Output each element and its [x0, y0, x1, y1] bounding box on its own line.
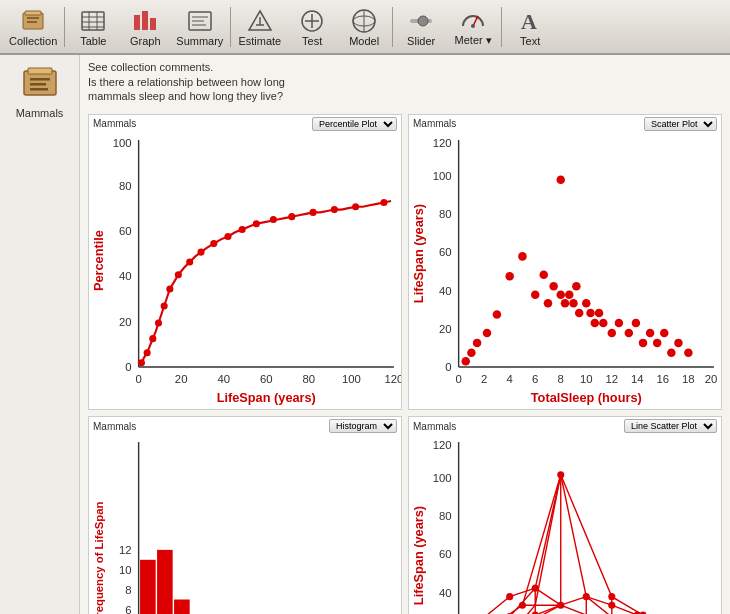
toolbar-text[interactable]: A Text: [504, 1, 556, 53]
toolbar-table[interactable]: Table: [67, 1, 119, 53]
toolbar-meter[interactable]: Meter ▾: [447, 1, 499, 53]
svg-point-98: [539, 270, 548, 279]
svg-point-122: [684, 348, 693, 357]
svg-text:120: 120: [433, 439, 452, 451]
svg-rect-33: [30, 78, 50, 81]
svg-point-119: [660, 328, 669, 337]
svg-point-58: [166, 285, 173, 292]
chart-line-scatter-type-select[interactable]: Line Scatter Plot: [624, 419, 717, 433]
svg-text:20: 20: [175, 372, 188, 384]
svg-point-109: [591, 318, 600, 327]
svg-point-95: [505, 272, 514, 281]
test-icon: [298, 7, 326, 35]
svg-rect-11: [142, 11, 148, 30]
svg-point-53: [138, 359, 145, 366]
model-icon: [350, 7, 378, 35]
svg-point-112: [608, 328, 617, 337]
toolbar-estimate[interactable]: Estimate: [233, 1, 286, 53]
toolbar-collection[interactable]: Collection: [4, 1, 62, 53]
chart-line-scatter-header: Mammals Line Scatter Plot: [409, 417, 721, 435]
summary-icon: [186, 7, 214, 35]
toolbar-summary[interactable]: Summary: [171, 1, 228, 53]
charts-grid: Mammals Percentile Plot 0 20 40 60: [88, 114, 722, 614]
svg-point-27: [418, 16, 428, 26]
svg-point-55: [149, 335, 156, 342]
toolbar-sep-1: [64, 7, 65, 47]
toolbar-model[interactable]: Model: [338, 1, 390, 53]
toolbar-sep-2: [230, 7, 231, 47]
chart-percentile-type-select[interactable]: Percentile Plot: [312, 117, 397, 131]
svg-point-105: [572, 281, 581, 290]
svg-text:40: 40: [439, 587, 452, 599]
svg-point-103: [565, 290, 574, 299]
svg-rect-10: [134, 15, 140, 30]
svg-point-116: [639, 338, 648, 347]
svg-point-102: [561, 299, 570, 308]
svg-point-71: [380, 199, 387, 206]
toolbar-slider[interactable]: Slider: [395, 1, 447, 53]
svg-point-195: [608, 593, 615, 600]
svg-text:60: 60: [439, 549, 452, 561]
toolbar-graph[interactable]: Graph: [119, 1, 171, 53]
svg-text:LifeSpan (years): LifeSpan (years): [217, 390, 316, 405]
svg-point-120: [667, 348, 676, 357]
toolbar-sep-3: [392, 7, 393, 47]
svg-point-104: [569, 299, 578, 308]
chart-scatter: Mammals Scatter Plot 0 20 40 60 80: [408, 114, 722, 411]
svg-point-182: [557, 602, 564, 609]
svg-point-66: [270, 216, 277, 223]
svg-text:16: 16: [657, 372, 670, 384]
svg-text:6: 6: [532, 372, 538, 384]
svg-text:100: 100: [433, 169, 452, 181]
svg-text:120: 120: [433, 137, 452, 149]
svg-point-69: [331, 206, 338, 213]
svg-text:60: 60: [119, 225, 132, 237]
svg-point-113: [615, 318, 624, 327]
svg-rect-12: [150, 18, 156, 30]
svg-text:100: 100: [113, 137, 132, 149]
toolbar-sep-4: [501, 7, 502, 47]
svg-rect-146: [140, 560, 156, 614]
svg-rect-147: [157, 550, 173, 614]
svg-text:40: 40: [119, 270, 132, 282]
svg-point-106: [575, 308, 584, 317]
svg-point-180: [557, 471, 564, 478]
content-area: See collection comments. Is there a rela…: [80, 55, 730, 614]
svg-text:A: A: [521, 9, 537, 34]
svg-text:20: 20: [705, 372, 718, 384]
table-icon: [79, 7, 107, 35]
svg-point-68: [310, 208, 317, 215]
svg-point-118: [653, 338, 662, 347]
svg-text:60: 60: [439, 246, 452, 258]
svg-point-111: [599, 318, 608, 327]
svg-point-181: [519, 602, 526, 609]
svg-point-64: [239, 225, 246, 232]
toolbar-summary-label: Summary: [176, 35, 223, 47]
svg-point-97: [531, 290, 540, 299]
svg-point-101: [556, 290, 565, 299]
chart-scatter-header: Mammals Scatter Plot: [409, 115, 721, 133]
svg-point-117: [646, 328, 655, 337]
svg-text:0: 0: [445, 361, 451, 373]
chart-line-scatter: Mammals Line Scatter Plot 0 20 40 60 8: [408, 416, 722, 614]
svg-text:10: 10: [580, 372, 593, 384]
svg-text:Frequency of LifeSpan: Frequency of LifeSpan: [93, 502, 105, 614]
slider-icon: [407, 7, 435, 35]
toolbar-table-label: Table: [80, 35, 106, 47]
chart-percentile-title: Mammals: [93, 118, 136, 129]
graph-icon: [131, 7, 159, 35]
svg-point-96: [518, 252, 527, 261]
chart-scatter-type-select[interactable]: Scatter Plot: [644, 117, 717, 131]
svg-point-61: [197, 248, 204, 255]
svg-point-62: [210, 240, 217, 247]
svg-point-114: [625, 328, 634, 337]
chart-histogram-type-select[interactable]: Histogram: [329, 419, 397, 433]
sidebar-collection-label: Mammals: [16, 107, 64, 119]
svg-rect-34: [30, 83, 46, 86]
toolbar-test[interactable]: Test: [286, 1, 338, 53]
svg-rect-32: [28, 68, 52, 74]
svg-rect-148: [174, 600, 190, 614]
svg-text:6: 6: [125, 604, 131, 614]
svg-rect-2: [27, 17, 39, 19]
svg-point-107: [582, 299, 591, 308]
